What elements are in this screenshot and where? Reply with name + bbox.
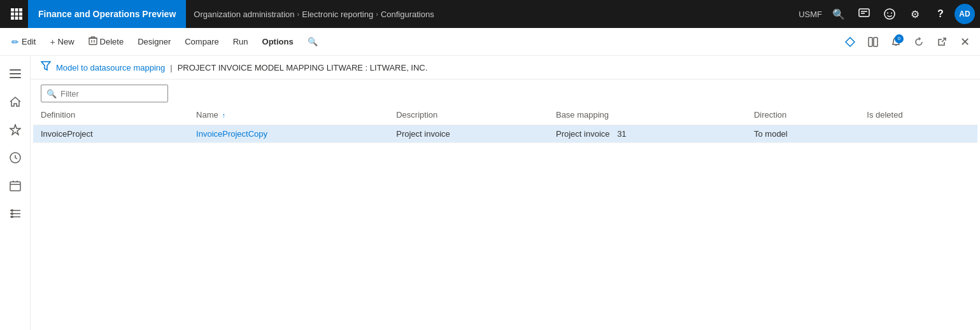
- content-area: Model to datasource mapping | PROJECT IN…: [31, 56, 980, 330]
- left-sidebar: [0, 56, 31, 330]
- cell-base-mapping: Project invoice 31: [548, 125, 746, 143]
- table-header: Definition Name ↑ Description Base mappi…: [33, 105, 977, 125]
- col-header-direction: Direction: [746, 105, 859, 125]
- content-breadcrumb-link[interactable]: Model to datasource mapping: [56, 63, 165, 72]
- breadcrumb-org-admin[interactable]: Organization administration: [194, 10, 294, 19]
- main-layout: Model to datasource mapping | PROJECT IN…: [0, 56, 980, 330]
- breadcrumb-configurations[interactable]: Configurations: [381, 10, 434, 19]
- sidebar-modules[interactable]: [3, 201, 28, 226]
- cell-is-deleted: [859, 125, 977, 143]
- delete-button[interactable]: Delete: [82, 32, 131, 52]
- svg-marker-30: [10, 125, 20, 135]
- filter-row: 🔍: [31, 79, 980, 105]
- top-bar: Finance and Operations Preview Organizat…: [0, 0, 980, 28]
- svg-rect-5: [19, 13, 22, 16]
- popout-icon-btn[interactable]: [932, 32, 952, 52]
- filter-input[interactable]: [60, 89, 162, 99]
- sort-asc-icon: ↑: [222, 111, 225, 119]
- svg-rect-23: [869, 38, 872, 46]
- svg-rect-0: [11, 8, 14, 11]
- col-header-description: Description: [388, 105, 548, 125]
- table-body: InvoiceProject InvoiceProjectCopy Projec…: [33, 125, 977, 143]
- notification-icon-btn[interactable]: 0: [886, 32, 906, 52]
- svg-rect-32: [10, 182, 20, 191]
- svg-marker-22: [846, 38, 855, 46]
- svg-point-41: [11, 216, 13, 218]
- svg-rect-9: [859, 9, 869, 17]
- sidebar-workspaces[interactable]: [3, 173, 28, 198]
- user-avatar[interactable]: AD: [955, 4, 975, 24]
- top-bar-right: USMF 🔍 ⚙ ? AD: [799, 3, 975, 25]
- content-breadcrumb: Model to datasource mapping | PROJECT IN…: [56, 63, 427, 72]
- delete-icon: [89, 36, 97, 47]
- cell-definition: InvoiceProject: [33, 125, 188, 143]
- cell-name: InvoiceProjectCopy: [188, 125, 388, 143]
- svg-rect-29: [10, 77, 21, 78]
- svg-line-26: [942, 38, 946, 42]
- help-icon-btn[interactable]: ?: [929, 3, 952, 25]
- new-button[interactable]: + New: [43, 32, 80, 52]
- sidebar-home[interactable]: [3, 89, 28, 114]
- edit-button[interactable]: ✏ Edit: [5, 32, 42, 52]
- svg-rect-15: [89, 38, 97, 45]
- svg-point-13: [887, 13, 888, 14]
- svg-rect-27: [10, 69, 21, 71]
- smiley-icon-btn[interactable]: [878, 3, 901, 25]
- svg-point-12: [884, 9, 895, 19]
- layout-icon-btn[interactable]: [863, 32, 883, 52]
- designer-button[interactable]: Designer: [131, 32, 177, 52]
- action-search-icon[interactable]: 🔍: [304, 33, 322, 51]
- chat-icon-btn[interactable]: [853, 3, 876, 25]
- svg-rect-8: [19, 17, 22, 20]
- action-bar: ✏ Edit + New Delete Designer Compare Run…: [0, 28, 980, 56]
- svg-rect-28: [10, 73, 21, 74]
- content-breadcrumb-sep: |: [170, 63, 172, 72]
- svg-rect-24: [874, 38, 877, 46]
- svg-rect-3: [11, 13, 14, 16]
- svg-rect-6: [11, 17, 14, 20]
- cell-direction: To model: [746, 125, 859, 143]
- cell-description: Project invoice: [388, 125, 548, 143]
- filter-input-wrap[interactable]: 🔍: [41, 85, 168, 102]
- svg-marker-42: [41, 62, 50, 70]
- svg-point-39: [11, 209, 13, 212]
- app-grid-icon[interactable]: [5, 0, 28, 28]
- app-title: Finance and Operations Preview: [28, 0, 186, 28]
- search-icon-btn[interactable]: 🔍: [827, 3, 850, 25]
- svg-rect-7: [15, 17, 18, 20]
- filter-input-icon: 🔍: [46, 89, 57, 99]
- col-header-base-mapping: Base mapping: [548, 105, 746, 125]
- settings-icon-btn[interactable]: ⚙: [904, 3, 927, 25]
- svg-rect-4: [15, 13, 18, 16]
- table-wrap: Definition Name ↑ Description Base mappi…: [31, 105, 980, 330]
- breadcrumb-electronic-reporting[interactable]: Electronic reporting: [302, 10, 373, 19]
- col-header-definition: Definition: [33, 105, 188, 125]
- sidebar-hamburger[interactable]: [3, 61, 28, 86]
- notification-badge: 0: [895, 34, 904, 43]
- content-breadcrumb-current: PROJECT INVOICE MODEL MAPPING LITWARE : …: [178, 63, 428, 72]
- sidebar-recent[interactable]: [3, 145, 28, 170]
- action-bar-right: 0 ✕: [840, 32, 975, 52]
- edit-icon: ✏: [11, 37, 19, 47]
- run-button[interactable]: Run: [227, 32, 255, 52]
- svg-point-40: [11, 212, 13, 215]
- close-icon-btn[interactable]: ✕: [955, 32, 975, 52]
- top-breadcrumb-nav: Organization administration › Electronic…: [186, 10, 441, 19]
- data-table: Definition Name ↑ Description Base mappi…: [33, 105, 977, 143]
- svg-point-14: [891, 13, 892, 14]
- new-icon: +: [50, 37, 55, 47]
- table-row[interactable]: InvoiceProject InvoiceProjectCopy Projec…: [33, 125, 977, 143]
- diamond-icon-btn[interactable]: [840, 32, 860, 52]
- filter-icon[interactable]: [41, 61, 51, 74]
- company-label: USMF: [799, 10, 822, 19]
- col-header-name[interactable]: Name ↑: [188, 105, 388, 125]
- breadcrumb-sep-1: ›: [297, 10, 300, 18]
- compare-button[interactable]: Compare: [178, 32, 225, 52]
- refresh-icon-btn[interactable]: [909, 32, 929, 52]
- breadcrumb-sep-2: ›: [376, 10, 378, 18]
- options-button[interactable]: Options: [256, 32, 300, 52]
- sidebar-favorites[interactable]: [3, 117, 28, 142]
- content-header: Model to datasource mapping | PROJECT IN…: [31, 56, 980, 79]
- svg-rect-1: [15, 8, 18, 11]
- svg-rect-2: [19, 8, 22, 11]
